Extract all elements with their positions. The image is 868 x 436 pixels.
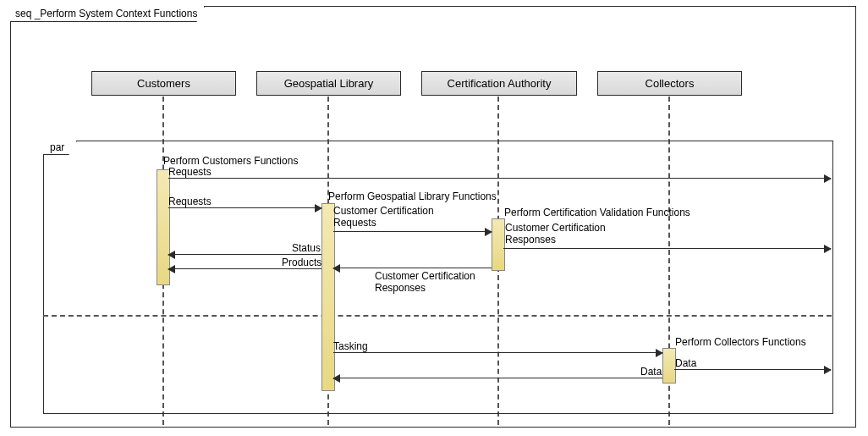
lifeline-head-collectors: Collectors bbox=[597, 71, 742, 96]
activation-label-geospatial-library: Perform Geospatial Library Functions bbox=[328, 190, 497, 202]
message-cust-cert-responses-out bbox=[503, 248, 831, 249]
message-requests-in bbox=[168, 207, 321, 208]
message-label-cust-cert-responses-out: Customer Certification Responses bbox=[505, 222, 606, 246]
message-tasking bbox=[333, 352, 662, 353]
message-cust-cert-responses-back bbox=[333, 268, 492, 268]
message-label-data-back: Data bbox=[640, 366, 662, 378]
message-label-requests-out: Requests bbox=[168, 166, 212, 178]
message-label-requests-in: Requests bbox=[168, 196, 212, 207]
activation-label-customers: Perform Customers Functions bbox=[163, 155, 298, 167]
message-products bbox=[168, 268, 321, 269]
interaction-frame-label: seq _Perform System Context Functions bbox=[10, 6, 205, 22]
par-divider bbox=[43, 315, 832, 317]
message-data-out bbox=[674, 369, 831, 370]
message-cust-cert-requests bbox=[333, 231, 492, 232]
lifeline-head-certification-authority: Certification Authority bbox=[421, 71, 577, 96]
message-label-cust-cert-requests: Customer Certification Requests bbox=[333, 205, 434, 229]
message-label-tasking: Tasking bbox=[333, 340, 368, 352]
message-label-cust-cert-responses-back: Customer Certification Responses bbox=[375, 270, 475, 294]
lifeline-head-customers: Customers bbox=[91, 71, 236, 96]
message-label-status: Status bbox=[292, 242, 321, 254]
message-status bbox=[168, 254, 321, 255]
message-data-back bbox=[333, 378, 662, 378]
message-requests-out bbox=[168, 178, 831, 179]
message-label-products: Products bbox=[282, 257, 321, 268]
activation-collectors bbox=[662, 348, 676, 384]
lifeline-head-geospatial-library: Geospatial Library bbox=[256, 71, 401, 96]
activation-label-certification-authority: Perform Certification Validation Functio… bbox=[504, 207, 690, 218]
activation-label-collectors: Perform Collectors Functions bbox=[675, 336, 806, 348]
message-label-data-out: Data bbox=[675, 357, 696, 369]
activation-certification-authority bbox=[492, 218, 505, 271]
